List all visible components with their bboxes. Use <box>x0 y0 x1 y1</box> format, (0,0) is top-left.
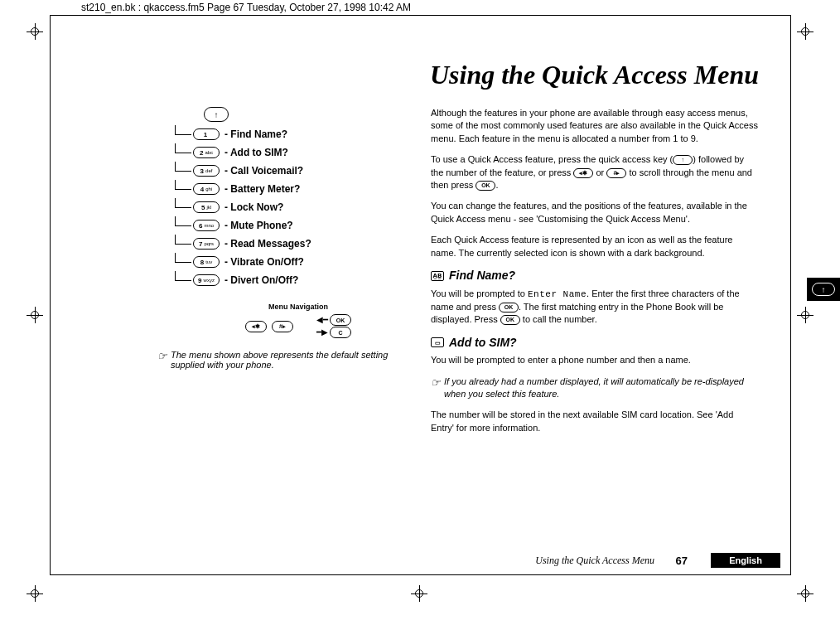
footnote-text: The menu shown above represents the defa… <box>171 350 406 370</box>
up-key-icon: ↑ <box>673 155 693 165</box>
star-key-icon: ◂✱ <box>573 168 593 178</box>
menu-item-label: - Add to SIM? <box>224 147 288 158</box>
section-find-name: A̲B̲ Find Name? <box>431 268 759 284</box>
right-column: Although the features in your phone are … <box>431 107 759 443</box>
language-tab: English <box>711 553 780 568</box>
menu-item-label: - Divert On/Off? <box>224 274 298 286</box>
crop-mark <box>411 585 427 602</box>
sec2-p2: The number will be stored in the next av… <box>431 409 759 434</box>
header-doc-info: st210_en.bk : qkaccess.fm5 Page 67 Tuesd… <box>81 2 411 13</box>
running-head: Using the Quick Access Menu <box>535 555 654 567</box>
menu-item-label: - Call Voicemail? <box>224 165 303 177</box>
menu-item-label: - Vibrate On/Off? <box>224 256 304 268</box>
footer: Using the Quick Access Menu 67 English <box>0 552 840 569</box>
rule <box>50 15 51 575</box>
menu-item-label: - Lock Now? <box>224 201 283 213</box>
body-p2: To use a Quick Access feature, press the… <box>431 153 759 191</box>
menu-navigation-diagram: Menu Navigation ◂✱ #▸ ◀━ OK ━▶ C <box>191 303 406 338</box>
quick-access-key-icon: ↑ <box>204 107 229 122</box>
note-text: If you already had a number displayed, i… <box>444 375 759 401</box>
crop-mark <box>27 585 43 602</box>
crop-mark <box>797 307 813 323</box>
body-p1: Although the features in your phone are … <box>431 107 759 145</box>
crop-mark <box>27 307 43 323</box>
menu-nav-title: Menu Navigation <box>191 303 406 311</box>
c-key-icon: C <box>330 327 351 338</box>
hand-point-icon: ☞ <box>431 375 441 401</box>
menu-diagram: ↑ 1- Find Name? 2abc- Add to SIM? 3def- … <box>174 107 406 286</box>
hash-key-icon: #▸ <box>606 168 626 178</box>
hand-point-icon: ☞ <box>157 350 167 362</box>
left-footnote: ☞ The menu shown above represents the de… <box>157 350 406 370</box>
ok-key-icon: OK <box>330 314 351 326</box>
prompt-enter-name: Enter Name <box>528 289 587 299</box>
rule <box>790 15 791 575</box>
menu-item-label: - Find Name? <box>224 128 287 140</box>
crop-mark <box>797 585 813 602</box>
sim-icon: ▭ <box>431 337 444 347</box>
sec1-body: You will be prompted to Enter Name. Ente… <box>431 288 759 327</box>
ok-key-icon: OK <box>499 303 519 312</box>
book-icon: A̲B̲ <box>431 271 444 281</box>
menu-item-label: - Mute Phone? <box>224 220 293 231</box>
menu-item-label: - Read Messages? <box>224 238 311 250</box>
crop-mark <box>797 23 813 40</box>
section-add-to-sim: ▭ Add to SIM? <box>431 335 759 351</box>
body-p3: You can change the features, and the pos… <box>431 200 759 225</box>
page-title: Using the Quick Access Menu <box>157 60 759 90</box>
sec2-note: ☞ If you already had a number displayed,… <box>431 375 759 401</box>
body-p4: Each Quick Access feature is represented… <box>431 234 759 259</box>
left-column: ↑ 1- Find Name? 2abc- Add to SIM? 3def- … <box>157 107 406 443</box>
page-number: 67 <box>676 555 688 567</box>
section-title: Add to SIM? <box>449 335 517 351</box>
section-title: Find Name? <box>449 268 515 284</box>
star-key-icon: ◂✱ <box>245 321 267 332</box>
crop-mark <box>27 23 43 40</box>
ok-key-icon: OK <box>476 181 495 191</box>
thumb-tab: ↑ <box>807 278 840 301</box>
sec2-p1: You will be prompted to enter a phone nu… <box>431 354 759 366</box>
up-key-icon: ↑ <box>812 283 835 296</box>
hash-key-icon: #▸ <box>272 321 293 332</box>
ok-key-icon: OK <box>500 315 520 325</box>
menu-item-label: - Battery Meter? <box>224 183 300 195</box>
